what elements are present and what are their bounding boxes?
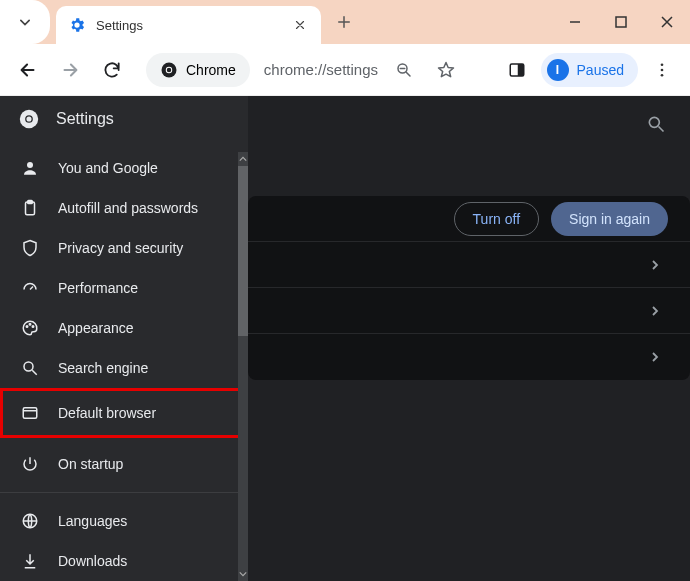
side-panel-button[interactable] <box>499 52 535 88</box>
sidebar-item-label: Languages <box>58 513 127 529</box>
settings-row[interactable] <box>248 242 690 288</box>
menu-button[interactable] <box>644 52 680 88</box>
sidebar-item-search-engine[interactable]: Search engine <box>0 348 248 388</box>
svg-point-13 <box>27 162 33 168</box>
settings-row[interactable] <box>248 334 690 380</box>
sidebar-item-default-browser[interactable]: Default browser <box>0 388 250 438</box>
sidebar-item-label: Default browser <box>58 405 156 421</box>
sidebar-item-label: Privacy and security <box>58 240 183 256</box>
titlebar: Settings <box>0 0 690 44</box>
svg-point-18 <box>32 326 34 328</box>
sidebar-item-label: You and Google <box>58 160 158 176</box>
svg-rect-15 <box>28 201 33 204</box>
sync-actions-row: Turn off Sign in again <box>248 196 690 242</box>
sidebar-item-performance[interactable]: Performance <box>0 268 248 308</box>
power-icon <box>20 454 40 474</box>
turn-off-button[interactable]: Turn off <box>454 202 539 236</box>
settings-main: Turn off Sign in again <box>248 96 690 581</box>
paused-label: Paused <box>577 62 624 78</box>
svg-point-9 <box>661 73 664 76</box>
chrome-logo-icon <box>18 108 40 130</box>
sidebar-item-languages[interactable]: Languages <box>0 501 248 541</box>
sign-in-again-button[interactable]: Sign in again <box>551 202 668 236</box>
zoom-icon[interactable] <box>386 52 422 88</box>
palette-icon <box>20 318 40 338</box>
search-settings-button[interactable] <box>646 114 666 134</box>
scroll-down-arrow[interactable] <box>238 567 248 581</box>
browser-toolbar: Chrome chrome://settings I Paused <box>0 44 690 96</box>
shield-icon <box>20 238 40 258</box>
chrome-logo-icon <box>160 61 178 79</box>
gear-icon <box>68 16 86 34</box>
sidebar-item-appearance[interactable]: Appearance <box>0 308 248 348</box>
profile-chip[interactable]: I Paused <box>541 53 638 87</box>
minimize-button[interactable] <box>552 0 598 44</box>
chrome-badge: Chrome <box>186 62 236 78</box>
svg-point-3 <box>167 67 172 72</box>
chevron-right-icon <box>650 260 660 270</box>
url-bar[interactable]: Chrome <box>146 53 250 87</box>
scroll-up-arrow[interactable] <box>238 152 248 166</box>
sync-card: Turn off Sign in again <box>248 196 690 380</box>
sidebar-item-autofill[interactable]: Autofill and passwords <box>0 188 248 228</box>
tablist-dropdown[interactable] <box>0 0 50 44</box>
sidebar-item-label: Performance <box>58 280 138 296</box>
sidebar-item-label: Autofill and passwords <box>58 200 198 216</box>
content-area: Settings You and Google Autofill and pas… <box>0 96 690 581</box>
bookmark-button[interactable] <box>428 52 464 88</box>
svg-point-16 <box>26 326 28 328</box>
svg-point-12 <box>26 116 31 121</box>
search-icon <box>20 358 40 378</box>
chevron-right-icon <box>650 352 660 362</box>
sidebar-item-privacy[interactable]: Privacy and security <box>0 228 248 268</box>
avatar: I <box>547 59 569 81</box>
forward-button[interactable] <box>52 52 88 88</box>
download-icon <box>20 551 40 571</box>
settings-sidebar: Settings You and Google Autofill and pas… <box>0 96 248 581</box>
person-icon <box>20 158 40 178</box>
speedometer-icon <box>20 278 40 298</box>
chevron-right-icon <box>650 306 660 316</box>
sidebar-divider <box>0 492 248 493</box>
svg-point-22 <box>649 117 659 127</box>
sidebar-item-label: Search engine <box>58 360 148 376</box>
svg-rect-20 <box>23 408 37 419</box>
new-tab-button[interactable] <box>329 7 359 37</box>
sidebar-item-you-and-google[interactable]: You and Google <box>0 148 248 188</box>
reload-button[interactable] <box>94 52 130 88</box>
url-text: chrome://settings <box>264 61 378 78</box>
clipboard-icon <box>20 198 40 218</box>
svg-point-8 <box>661 68 664 71</box>
close-tab-button[interactable] <box>291 16 309 34</box>
svg-rect-6 <box>517 64 523 76</box>
scrollbar-thumb[interactable] <box>238 166 248 336</box>
sidebar-item-on-startup[interactable]: On startup <box>0 444 248 484</box>
sidebar-item-label: On startup <box>58 456 123 472</box>
maximize-button[interactable] <box>598 0 644 44</box>
sidebar-title: Settings <box>56 110 114 128</box>
sidebar-scrollbar[interactable] <box>238 152 248 581</box>
svg-point-17 <box>29 324 31 326</box>
globe-icon <box>20 511 40 531</box>
sidebar-item-downloads[interactable]: Downloads <box>0 541 248 581</box>
svg-point-7 <box>661 63 664 66</box>
window-controls <box>552 0 690 44</box>
settings-row[interactable] <box>248 288 690 334</box>
sidebar-item-label: Downloads <box>58 553 127 569</box>
svg-rect-0 <box>616 17 626 27</box>
sidebar-header: Settings <box>0 96 248 142</box>
back-button[interactable] <box>10 52 46 88</box>
browser-window-icon <box>20 403 40 423</box>
close-window-button[interactable] <box>644 0 690 44</box>
svg-point-19 <box>24 362 33 371</box>
tab-title: Settings <box>96 18 281 33</box>
sidebar-item-label: Appearance <box>58 320 134 336</box>
browser-tab[interactable]: Settings <box>56 6 321 44</box>
